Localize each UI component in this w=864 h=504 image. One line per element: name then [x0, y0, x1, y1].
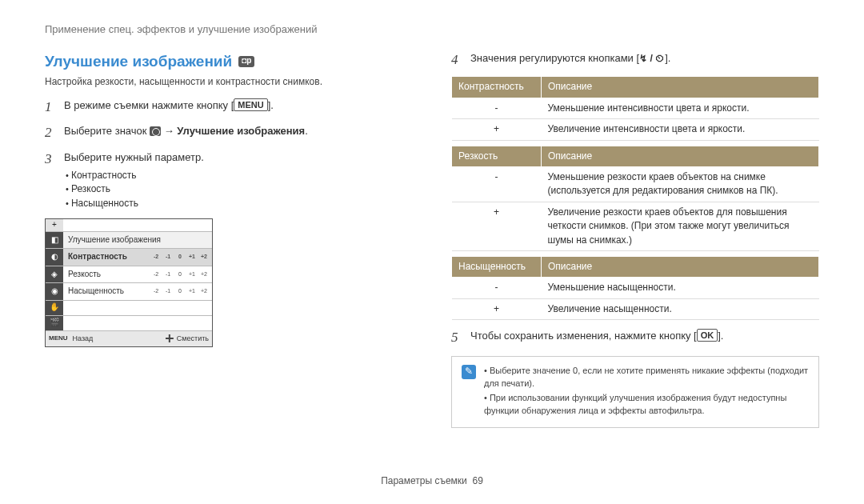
note-item: При использовании функций улучшения изоб… — [484, 392, 809, 418]
lcd-back-label: Назад — [73, 334, 94, 344]
flash-timer-icon: ↯ / ⏲ — [639, 52, 665, 66]
lcd-row-saturation: Насыщенность -2-10+1+2 — [63, 283, 212, 300]
lcd-row-contrast: Контрастность -2-10+1+2 — [63, 249, 212, 266]
section-subtitle: Настройка резкости, насыщенности и контр… — [45, 75, 413, 89]
saturation-icon: ◉ — [46, 283, 63, 300]
step-number: 3 — [45, 150, 56, 210]
step-number: 2 — [45, 123, 56, 143]
lcd-move-label: Сместить — [177, 334, 209, 344]
ok-button-icon: OK — [697, 329, 718, 342]
movie-icon: 🎬 — [46, 316, 63, 330]
lcd-footer: MENU Назад Сместить — [46, 330, 212, 346]
step-number: 1 — [45, 98, 56, 118]
step-number: 5 — [451, 328, 462, 348]
lcd-scale: -2-10+1+2 — [153, 253, 207, 261]
lcd-scale: -2-10+1+2 — [153, 287, 207, 295]
step-5-text: Чтобы сохранить изменения, нажмите кнопк… — [470, 328, 819, 348]
saturation-table: НасыщенностьОписание -Уменьшение насыщен… — [451, 256, 819, 320]
note-box: ✎ Выберите значение 0, если не хотите пр… — [451, 356, 819, 428]
breadcrumb: Применение спец. эффектов и улучшение из… — [45, 22, 819, 38]
menu-button-icon: MENU — [234, 98, 267, 111]
sharpness-icon: ◈ — [46, 266, 63, 283]
step-1-text: В режиме съемки нажмите кнопку [MENU]. — [64, 98, 413, 118]
step-number: 4 — [451, 50, 462, 70]
lcd-scale: -2-10+1+2 — [153, 270, 207, 278]
camera-lcd-mockup: + ◧ Улучшение изображения ◐ Контрастност… — [45, 218, 213, 347]
camera-icon — [150, 126, 161, 136]
right-column: 4 Значения регулируются кнопками [↯ / ⏲]… — [451, 50, 819, 428]
page-footer: Параметры съемки 69 — [0, 474, 864, 488]
step-3-text: Выберите нужный параметр. Контрастность … — [64, 150, 413, 210]
mode-badge-icon: ◘p — [238, 56, 254, 67]
lcd-row-sharpness: Резкость -2-10+1+2 — [63, 266, 212, 283]
note-item: Выберите значение 0, если не хотите прим… — [484, 365, 809, 390]
info-icon: ✎ — [462, 365, 476, 379]
adjust-icon: ◧ — [46, 232, 63, 249]
section-title-text: Улучшение изображений — [45, 50, 232, 73]
lcd-title: Улучшение изображения — [63, 232, 212, 249]
dpad-icon — [166, 334, 174, 342]
menu-key-label: MENU — [49, 334, 68, 343]
plus-icon: + — [46, 219, 63, 231]
contrast-table: КонтрастностьОписание -Уменьшение интенс… — [451, 76, 819, 140]
sharpness-table: РезкостьОписание -Уменьшение резкости кр… — [451, 146, 819, 251]
contrast-icon: ◐ — [46, 249, 63, 266]
step-4-text: Значения регулируются кнопками [↯ / ⏲]. — [470, 50, 819, 70]
hand-icon: ✋ — [46, 301, 63, 315]
section-title: Улучшение изображений ◘p — [45, 50, 413, 73]
step-2-text: Выберите значок → Улучшение изображения. — [64, 123, 413, 143]
left-column: Улучшение изображений ◘p Настройка резко… — [45, 50, 413, 428]
step-3-bullets: Контрастность Резкость Насыщенность — [66, 169, 413, 210]
